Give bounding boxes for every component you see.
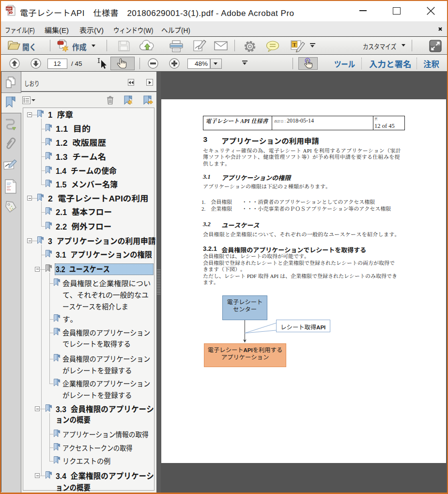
svg-text:T: T bbox=[293, 42, 296, 47]
svg-text:PDF: PDF bbox=[6, 7, 12, 10]
